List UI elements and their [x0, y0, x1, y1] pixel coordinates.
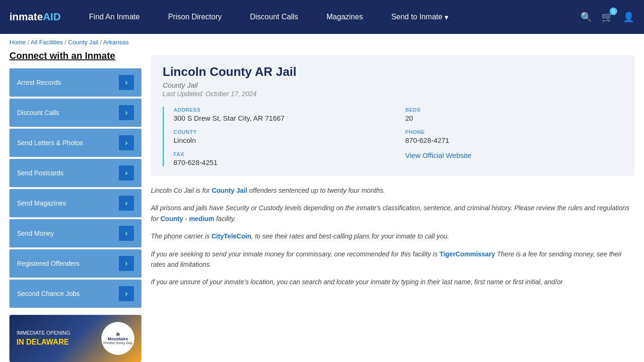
county-medium-link[interactable]: County - medium: [160, 215, 214, 222]
facility-description: Lincoln Co Jail is for County Jail offen…: [151, 185, 635, 288]
chevron-right-icon: ›: [119, 286, 134, 301]
header-icons: 🔍 🛒 0 👤: [580, 11, 635, 23]
sidebar-item-second-chance-jobs[interactable]: Second Chance Jobs ›: [9, 280, 141, 308]
chevron-right-icon: ›: [119, 226, 134, 241]
sidebar-item-send-magazines[interactable]: Send Magazines ›: [9, 189, 141, 217]
nav-send-to-inmate[interactable]: Send to Inmate ▾: [377, 13, 463, 22]
tigercommissary-link[interactable]: TigerCommissary: [439, 250, 495, 258]
fax-value: 870-628-4251: [173, 158, 391, 166]
breadcrumb-home[interactable]: Home: [9, 39, 26, 46]
sidebar-advertisement[interactable]: IMMEDIATE OPENING IN DELAWARE 🏔 Mountair…: [9, 315, 141, 362]
cart-icon[interactable]: 🛒 0: [602, 11, 613, 23]
chevron-right-icon: ›: [119, 105, 134, 120]
sidebar-item-send-postcards[interactable]: Send Postcards ›: [9, 159, 141, 187]
ad-text: IMMEDIATE OPENING IN DELAWARE: [17, 329, 70, 347]
facility-details: ADDRESS 300 S Drew St, Star City, AR 716…: [163, 107, 623, 166]
nav-discount-calls[interactable]: Discount Calls: [236, 13, 312, 21]
desc-para3: The phone carrier is CityTeleCoin, to se…: [151, 231, 635, 241]
detail-fax: FAX 870-628-4251: [173, 151, 391, 166]
citytelecoin-link[interactable]: CityTeleCoin: [211, 232, 251, 240]
chevron-right-icon: ›: [119, 135, 134, 150]
facility-type: County Jail: [163, 81, 623, 89]
phone-value: 870-628-4271: [405, 136, 623, 144]
sidebar-item-discount-calls[interactable]: Discount Calls ›: [9, 99, 141, 127]
detail-beds: BEDS 20: [405, 107, 623, 122]
detail-website: View Official Website: [405, 151, 623, 166]
nav-find-inmate[interactable]: Find An Inmate: [75, 13, 154, 21]
sidebar-item-send-money[interactable]: Send Money ›: [9, 219, 141, 247]
desc-para1: Lincoln Co Jail is for County Jail offen…: [151, 185, 635, 196]
sidebar-item-registered-offenders[interactable]: Registered Offenders ›: [9, 249, 141, 278]
address-value: 300 S Drew St, Star City, AR 71667: [173, 114, 391, 122]
phone-label: PHONE: [405, 129, 623, 135]
detail-county: COUNTY Lincoln: [173, 129, 391, 144]
address-label: ADDRESS: [173, 107, 391, 113]
nav-prison-directory[interactable]: Prison Directory: [154, 13, 236, 21]
sidebar: Connect with an Inmate Arrest Records › …: [9, 50, 141, 362]
cart-badge: 0: [610, 8, 617, 15]
main-layout: Connect with an Inmate Arrest Records › …: [0, 50, 644, 362]
fax-label: FAX: [173, 151, 391, 157]
view-official-website-link[interactable]: View Official Website: [405, 151, 471, 159]
beds-label: BEDS: [405, 107, 623, 113]
county-jail-link[interactable]: County Jail: [212, 187, 247, 194]
logo-aid: AID: [43, 11, 61, 23]
facility-title: Lincoln County AR Jail: [163, 65, 623, 79]
facility-card: Lincoln County AR Jail County Jail Last …: [151, 55, 635, 176]
county-value: Lincoln: [173, 136, 391, 144]
main-content: Lincoln County AR Jail County Jail Last …: [151, 50, 635, 362]
desc-para5: If you are unsure of your inmate’s locat…: [151, 277, 635, 287]
chevron-right-icon: ›: [119, 196, 134, 211]
breadcrumb-county-jail[interactable]: County Jail: [68, 39, 98, 46]
main-nav: Find An Inmate Prison Directory Discount…: [75, 13, 580, 22]
logo-text: inmateAID: [9, 11, 61, 23]
user-icon[interactable]: 👤: [623, 11, 635, 23]
logo[interactable]: inmateAID: [9, 11, 61, 23]
desc-para4: If you are seeking to send your inmate m…: [151, 249, 635, 270]
county-label: COUNTY: [173, 129, 391, 135]
chevron-right-icon: ›: [119, 256, 134, 271]
desc-para2: All prisons and jails have Security or C…: [151, 203, 635, 224]
header: inmateAID Find An Inmate Prison Director…: [0, 0, 644, 34]
breadcrumb-all-facilities[interactable]: All Facilities: [31, 39, 63, 46]
search-icon[interactable]: 🔍: [580, 11, 592, 23]
ad-logo: 🏔 Mountaire Fresher Every Day: [101, 322, 134, 355]
beds-value: 20: [405, 114, 623, 122]
chevron-right-icon: ›: [119, 165, 134, 181]
sidebar-menu: Arrest Records › Discount Calls › Send L…: [9, 68, 141, 308]
sidebar-item-arrest-records[interactable]: Arrest Records ›: [9, 68, 141, 97]
breadcrumb-state[interactable]: Arkansas: [103, 39, 129, 46]
breadcrumb: Home / All Facilities / County Jail / Ar…: [0, 34, 644, 50]
detail-address: ADDRESS 300 S Drew St, Star City, AR 716…: [173, 107, 391, 122]
facility-last-updated: Last Updated: October 17, 2024: [163, 90, 623, 98]
nav-magazines[interactable]: Magazines: [313, 13, 377, 21]
sidebar-item-send-letters[interactable]: Send Letters & Photos ›: [9, 129, 141, 157]
chevron-right-icon: ›: [119, 75, 134, 90]
sidebar-title: Connect with an Inmate: [9, 50, 141, 61]
detail-phone: PHONE 870-628-4271: [405, 129, 623, 144]
